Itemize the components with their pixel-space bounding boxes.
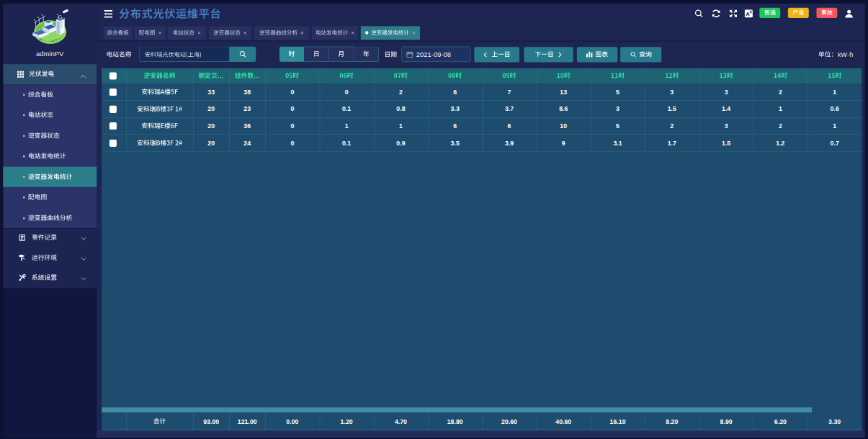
svg-text:文: 文: [748, 10, 753, 14]
